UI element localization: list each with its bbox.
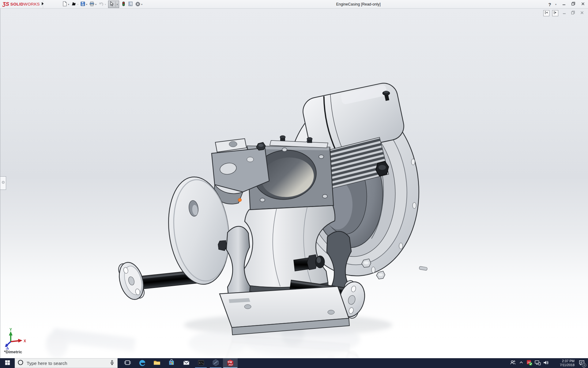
toolbar-flyout-button[interactable] [39,1,46,8]
doc-restore-button[interactable] [570,10,576,16]
solidworks-taskbar-button[interactable]: SW 2017 [223,358,238,368]
expand-pane-icon [2,181,5,184]
rebuild-button[interactable] [120,1,127,8]
minimize-button[interactable] [561,1,567,8]
restore-icon [571,10,575,16]
close-icon [581,2,585,7]
file-properties-button[interactable] [127,1,134,8]
solidworks-cube-icon: SW 2017 [226,358,235,368]
volume-button[interactable] [542,358,550,368]
command-prompt-button[interactable]: C:\_ [194,358,208,368]
notification-count-badge: 3 [582,363,586,367]
document-window-controls [543,10,585,16]
select-cursor-icon [109,1,115,8]
restore-icon [571,2,575,7]
ds-logo-glyph: ƷS [2,1,9,7]
close-button[interactable] [580,1,586,8]
chevron-down-icon: ▾ [555,3,556,6]
triad-x-label: X [24,339,26,343]
chevron-down-icon[interactable]: ▾ [68,3,69,6]
cortana-circle-icon [17,359,24,367]
engine-casing-model[interactable] [115,81,427,335]
people-button[interactable] [509,358,517,368]
terminal-glyph: C:\_ [199,362,204,364]
graphics-viewport[interactable]: Y X *Dimetric [0,9,588,358]
file-explorer-button[interactable] [149,358,164,368]
action-center-button[interactable]: 3 [576,358,587,368]
tray-time: 2:37 PM [551,359,575,363]
flyout-arrow-icon [40,2,45,7]
minimize-icon [562,10,566,16]
undo-arrow-icon [98,1,104,8]
folder-icon [153,359,161,368]
network-icon [534,359,541,367]
minimize-icon [562,2,566,7]
standard-toolbar: ▾ ▾ ▾ ▾ [61,0,143,8]
task-view-icon [124,359,131,367]
task-view-button[interactable] [120,358,135,368]
titlebar: ƷS SOLID WORKS ▾ ▾ ▾ [0,0,588,9]
pane-arrow-left-icon [544,10,548,16]
chevron-down-icon[interactable]: ▾ [95,3,96,6]
edge-button[interactable] [135,358,149,368]
tray-clock[interactable]: 2:37 PM 7/11/2018 [551,359,575,367]
help-button[interactable]: ? [547,1,552,8]
save-floppy-icon [80,1,85,8]
people-icon [510,359,516,367]
window-title: EngineCasing [Read-only] [165,0,551,9]
speaker-icon [542,359,549,367]
mail-button[interactable] [179,358,194,368]
chevron-down-icon[interactable]: ▾ [115,2,118,7]
close-icon [580,10,584,16]
help-dropdown-button[interactable]: ▾ [554,1,557,8]
taskbar-search[interactable]: Type here to search [15,358,118,368]
terminal-icon: C:\_ [197,359,205,368]
question-icon: ? [548,2,551,7]
windows-logo-icon [5,360,10,366]
select-button[interactable]: ▾ [108,1,119,8]
show-right-pane-button[interactable] [552,10,558,16]
reference-triad: Y X [5,328,28,350]
sw-check-icon [526,359,533,367]
envelope-icon [183,359,190,368]
hexagon-icon [212,359,220,368]
store-button[interactable] [164,358,179,368]
new-document-icon [62,1,67,8]
chevron-down-icon[interactable]: ▾ [86,3,87,6]
sw-label: SW [228,361,232,364]
chevron-down-icon[interactable]: ▾ [105,3,106,6]
file-properties-icon [128,1,133,8]
edge-icon [138,359,146,368]
show-left-pane-button[interactable] [543,10,549,16]
feature-tree-tab[interactable] [0,176,6,190]
model-canvas [0,9,588,358]
view-orientation-label: *Dimetric [4,350,22,354]
microphone-icon[interactable] [109,359,115,367]
chevron-up-icon [518,360,524,366]
network-button[interactable] [533,358,542,368]
doc-close-button[interactable] [579,10,585,16]
new-button[interactable]: ▾ [61,1,70,8]
chevron-down-icon[interactable]: ▾ [141,3,142,6]
tray-date: 7/11/2018 [551,363,575,367]
taskbar-buttons: C:\_ SW 2017 [120,358,238,368]
doc-minimize-button[interactable] [561,10,567,16]
solidworks-logo: ƷS SOLID WORKS [1,0,43,8]
hidden-icons-button[interactable] [517,358,525,368]
restore-button[interactable] [571,1,576,8]
print-icon [89,1,95,8]
open-button[interactable]: ▾ [70,1,79,8]
taskbar: Type here to search [0,358,588,368]
print-button[interactable]: ▾ [88,1,97,8]
traffic-light-icon [121,1,126,8]
chevron-down-icon[interactable]: ▾ [77,3,78,6]
save-button[interactable]: ▾ [79,1,88,8]
pane-arrow-right-icon [553,10,557,16]
undo-button[interactable]: ▾ [97,1,107,8]
system-tray: 2:37 PM 7/11/2018 3 [509,358,588,368]
solidworks-tray-button[interactable] [525,358,533,368]
options-button[interactable]: ▾ [134,1,143,8]
app-dark-button[interactable] [208,358,223,368]
start-button[interactable] [0,358,15,368]
triad-y-label: Y [9,328,12,332]
